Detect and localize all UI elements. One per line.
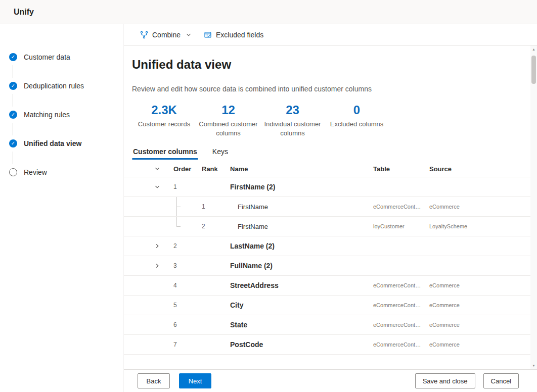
stats-row: 2.3KCustomer records12Combined customer …	[124, 93, 530, 137]
next-button[interactable]: Next	[179, 373, 211, 388]
scrollbar-thumb[interactable]	[531, 56, 536, 84]
column-header-table[interactable]: Table	[366, 165, 422, 173]
back-button[interactable]: Back	[138, 373, 170, 388]
tree-connector-stub	[176, 207, 181, 207]
table-body: 1FirstName (2)1FirstNameeCommerceConta…e…	[124, 177, 530, 355]
name-cell: FullName (2)	[223, 262, 366, 270]
order-cell: 6	[166, 321, 195, 328]
combine-button[interactable]: Combine	[134, 28, 198, 42]
name-cell: State	[223, 321, 366, 329]
column-header-rank[interactable]: Rank	[195, 165, 223, 173]
chevron-right-icon[interactable]	[148, 243, 166, 249]
column-header-source[interactable]: Source	[422, 165, 530, 173]
column-header-name[interactable]: Name	[223, 165, 366, 173]
table-header-row: Order Rank Name Table Source	[124, 161, 530, 177]
stat-individual-customer-columns: 23Individual customer columns	[260, 103, 325, 137]
stepper-step-matching-rules[interactable]: ✓Matching rules	[0, 111, 123, 119]
stat-label: Excluded columns	[325, 120, 389, 129]
columns-table: Order Rank Name Table Source 1FirstName …	[124, 161, 530, 355]
combine-icon	[140, 31, 148, 39]
stat-value: 2.3K	[132, 103, 196, 117]
step-label: Matching rules	[24, 111, 70, 119]
table-row-state[interactable]: 6StateeCommerceContactseCommerce	[124, 315, 530, 335]
wizard-stepper: ✓Customer data✓Deduplication rules✓Match…	[0, 24, 124, 392]
save-and-close-button[interactable]: Save and close	[415, 373, 475, 388]
table-row-firstname-2[interactable]: 1FirstName (2)	[124, 177, 530, 197]
stepper-step-unified-data-view[interactable]: ✓Unified data view	[0, 139, 123, 148]
table-child-row-firstname-1[interactable]: 1FirstNameeCommerceConta…eCommerce	[124, 197, 530, 217]
step-label: Unified data view	[24, 139, 81, 148]
source-cell: LoyaltyScheme	[422, 223, 530, 229]
table-cell: eCommerceContacts	[366, 282, 422, 288]
chevron-down-icon[interactable]	[148, 184, 166, 190]
table-row-fullname-2[interactable]: 3FullName (2)	[124, 256, 530, 276]
name-cell: StreetAddress	[223, 281, 366, 289]
rank-cell: 2	[195, 223, 223, 230]
order-cell: 2	[166, 242, 195, 250]
step-check-icon: ✓	[9, 82, 17, 90]
content-row: ✓Customer data✓Deduplication rules✓Match…	[0, 24, 537, 392]
step-check-icon: ✓	[9, 111, 17, 119]
scroll-wrap: Unified data view Review and edit how so…	[124, 45, 537, 369]
source-cell: eCommerce	[422, 322, 530, 328]
source-cell: eCommerce	[422, 302, 530, 308]
main-panel: Combine Excluded fields	[124, 24, 537, 392]
stepper-step-review[interactable]: Review	[0, 168, 123, 176]
app-header: Unify	[0, 0, 537, 24]
order-cell: 1	[166, 183, 195, 190]
unify-window: Unify ✓Customer data✓Deduplication rules…	[0, 0, 537, 392]
stat-customer-records: 2.3KCustomer records	[132, 103, 196, 137]
stat-combined-customer-columns: 12Combined customer columns	[196, 103, 260, 137]
step-circle-empty-icon	[9, 168, 17, 176]
excluded-fields-icon	[204, 31, 212, 39]
table-cell: eCommerceConta…	[366, 204, 422, 210]
tab-customer-columns[interactable]: Customer columns	[132, 148, 198, 161]
excluded-fields-button[interactable]: Excluded fields	[198, 28, 270, 42]
table-row-lastname-2[interactable]: 2LastName (2)	[124, 236, 530, 256]
name-cell: LastName (2)	[223, 242, 366, 250]
order-cell: 4	[166, 282, 195, 289]
table-cell: eCommerceContacts	[366, 322, 422, 328]
content-scroll-area: Unified data view Review and edit how so…	[124, 45, 530, 369]
name-cell: FirstName (2)	[223, 183, 366, 191]
source-cell: eCommerce	[422, 204, 530, 210]
name-cell: FirstName	[223, 223, 366, 230]
tree-connector-stub	[176, 226, 181, 227]
stat-value: 23	[260, 103, 325, 117]
table-cell: loyCustomer	[366, 223, 422, 229]
source-cell: eCommerce	[422, 282, 530, 288]
scrollbar-track[interactable]	[530, 53, 537, 362]
step-check-icon: ✓	[9, 139, 17, 148]
combine-label: Combine	[152, 31, 181, 39]
tab-keys[interactable]: Keys	[211, 148, 229, 161]
table-cell: eCommerceContacts	[366, 302, 422, 308]
name-cell: PostCode	[223, 340, 366, 349]
stat-value: 12	[196, 103, 260, 117]
table-row-streetaddress[interactable]: 4StreetAddresseCommerceContactseCommerce	[124, 276, 530, 296]
tree-connector-line	[176, 217, 177, 226]
app-title: Unify	[14, 8, 34, 17]
stepper-step-deduplication-rules[interactable]: ✓Deduplication rules	[0, 82, 123, 90]
scroll-up-icon[interactable]: ▲	[530, 45, 537, 53]
step-check-icon: ✓	[9, 53, 17, 61]
page-subtitle: Review and edit how source data is combi…	[124, 72, 530, 93]
tabs: Customer columnsKeys	[124, 137, 530, 161]
header-chevron-down-icon[interactable]	[148, 166, 166, 172]
step-label: Customer data	[24, 53, 70, 61]
scroll-down-icon[interactable]: ▼	[530, 362, 537, 369]
stepper-step-customer-data[interactable]: ✓Customer data	[0, 53, 123, 61]
order-cell: 7	[166, 341, 195, 348]
order-cell: 5	[166, 302, 195, 309]
table-row-city[interactable]: 5CityeCommerceContactseCommerce	[124, 296, 530, 315]
table-row-postcode[interactable]: 7PostCodeeCommerceContactseCommerce	[124, 335, 530, 355]
column-header-order[interactable]: Order	[166, 165, 195, 173]
chevron-right-icon[interactable]	[148, 263, 166, 269]
name-cell: FirstName	[223, 203, 366, 211]
cancel-button[interactable]: Cancel	[483, 373, 519, 388]
vertical-scrollbar[interactable]: ▲ ▼	[530, 45, 537, 369]
stat-label: Individual customer columns	[260, 120, 325, 137]
stat-label: Customer records	[132, 120, 196, 129]
stat-value: 0	[325, 103, 389, 117]
excluded-fields-label: Excluded fields	[216, 31, 263, 39]
table-child-row-firstname-2[interactable]: 2FirstNameloyCustomerLoyaltyScheme	[124, 217, 530, 236]
